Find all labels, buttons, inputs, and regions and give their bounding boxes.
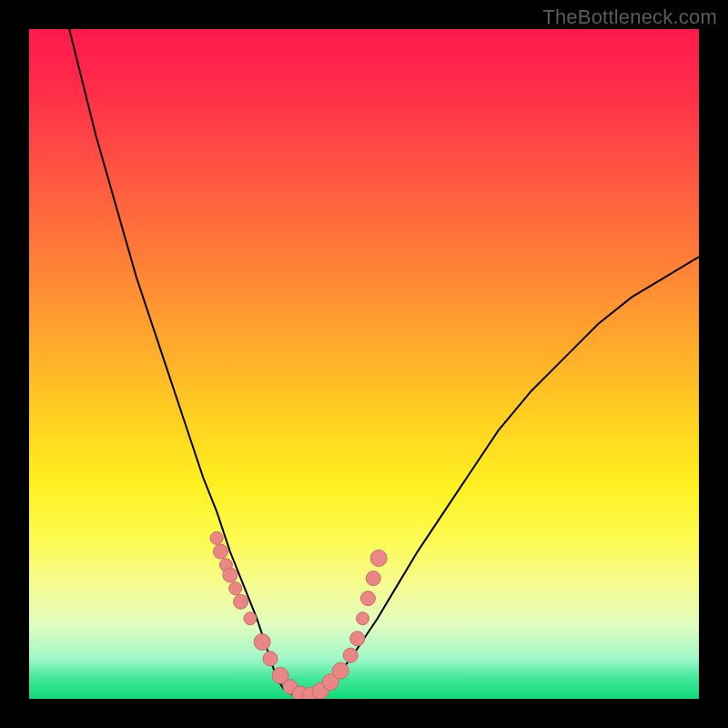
- data-point: [343, 648, 358, 662]
- plot-area: [29, 29, 699, 699]
- data-point: [223, 568, 238, 582]
- data-point: [370, 550, 387, 566]
- data-point: [360, 592, 375, 606]
- data-point: [210, 531, 223, 544]
- data-point: [254, 633, 270, 650]
- data-point: [366, 571, 380, 586]
- watermark-label: TheBottleneck.com: [542, 5, 717, 29]
- data-point: [357, 612, 369, 625]
- data-point: [332, 662, 349, 679]
- chart-frame: TheBottleneck.com: [0, 0, 728, 728]
- data-point: [214, 544, 228, 559]
- dots-layer: [210, 531, 387, 699]
- data-point: [244, 612, 257, 625]
- data-point: [350, 632, 365, 646]
- chart-svg: [29, 29, 699, 699]
- bottleneck-curve: [69, 29, 699, 698]
- data-point: [263, 652, 278, 666]
- curve-layer: [69, 29, 699, 698]
- data-point: [234, 594, 248, 609]
- data-point: [229, 582, 242, 595]
